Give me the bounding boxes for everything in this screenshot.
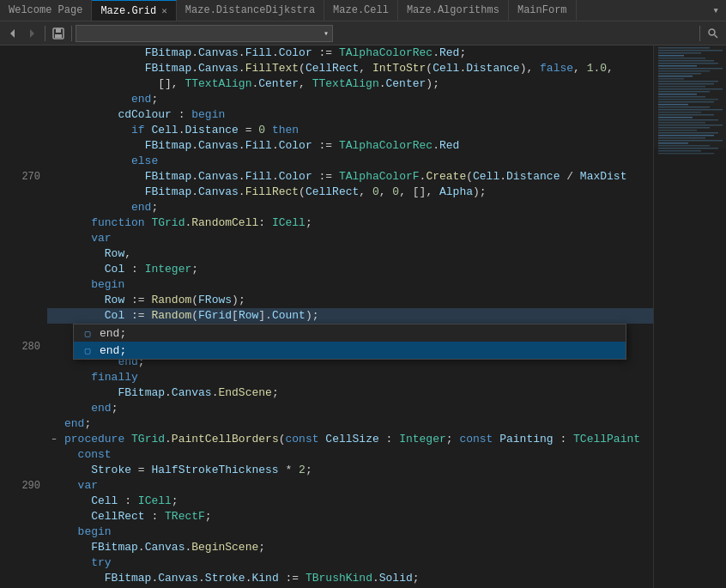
- line-fold[interactable]: [47, 293, 61, 308]
- line-fold[interactable]: [47, 555, 61, 571]
- line-number: [0, 262, 47, 277]
- svg-rect-46: [658, 153, 714, 155]
- line-fold[interactable]: [47, 231, 61, 246]
- line-fold[interactable]: [47, 401, 61, 416]
- toolbar-scope-dropdown[interactable]: ▾: [76, 25, 333, 42]
- line-fold[interactable]: [47, 447, 61, 463]
- line-fold[interactable]: [47, 494, 61, 509]
- line-fold[interactable]: [47, 277, 61, 293]
- code-line: FBitmap.Canvas.FillText(CellRect, IntToS…: [0, 61, 653, 76]
- line-content[interactable]: Col := Random(FGrid[Row].Count);: [61, 308, 653, 324]
- line-content[interactable]: FBitmap.Canvas.Stroke.Kind := TBrushKind…: [61, 571, 653, 586]
- line-fold[interactable]: [47, 308, 61, 324]
- line-fold[interactable]: [47, 385, 61, 401]
- line-content[interactable]: FBitmap.Canvas.EndScene;: [61, 385, 653, 401]
- line-fold[interactable]: [47, 123, 61, 138]
- line-fold[interactable]: [47, 524, 61, 540]
- line-fold[interactable]: –: [47, 432, 61, 447]
- line-content[interactable]: const: [61, 447, 653, 463]
- line-fold[interactable]: [47, 246, 61, 262]
- line-fold[interactable]: [47, 215, 61, 231]
- line-content[interactable]: var: [61, 478, 653, 494]
- line-content[interactable]: FBitmap.Canvas.Fill.Color := TAlphaColor…: [61, 138, 653, 154]
- autocomplete-item[interactable]: ▢ end;: [74, 324, 626, 342]
- line-content[interactable]: CellRect : TRectF;: [61, 509, 653, 524]
- line-content[interactable]: try: [61, 555, 653, 571]
- line-content[interactable]: procedure TGrid.PaintCellBorders(const C…: [61, 432, 653, 447]
- tab-main-form[interactable]: MainForm: [509, 0, 577, 21]
- search-icon[interactable]: [704, 24, 723, 43]
- code-line: FBitmap.Canvas.EndScene;: [0, 385, 653, 401]
- line-fold[interactable]: [47, 416, 61, 432]
- minimap[interactable]: [653, 45, 726, 588]
- svg-rect-35: [658, 124, 723, 126]
- code-editor[interactable]: FBitmap.Canvas.Fill.Color := TAlphaColor…: [0, 45, 653, 588]
- svg-rect-14: [658, 70, 710, 72]
- line-content[interactable]: cdColour : begin: [61, 107, 653, 123]
- line-content[interactable]: FBitmap.Canvas.Fill.Color := TAlphaColor…: [61, 169, 653, 185]
- line-fold[interactable]: [47, 540, 61, 555]
- line-number: [0, 370, 47, 385]
- tab-maze-distance[interactable]: Maze.DistanceDijkstra: [177, 0, 324, 21]
- line-fold[interactable]: [47, 370, 61, 385]
- tab-overflow-button[interactable]: ▾: [705, 0, 726, 21]
- line-content[interactable]: end;: [61, 200, 653, 215]
- line-content[interactable]: finally: [61, 370, 653, 385]
- line-content[interactable]: Row := Random(FRows);: [61, 293, 653, 308]
- tab-maze-algorithms[interactable]: Maze.Algorithms: [398, 0, 509, 21]
- line-number: [0, 324, 47, 339]
- line-content[interactable]: begin: [61, 277, 653, 293]
- line-content[interactable]: FBitmap.Canvas.FillText(CellRect, IntToS…: [61, 61, 653, 76]
- line-content[interactable]: end;: [61, 92, 653, 107]
- tab-maze-cell[interactable]: Maze.Cell: [324, 0, 398, 21]
- line-fold[interactable]: [47, 169, 61, 185]
- line-fold[interactable]: [47, 76, 61, 92]
- line-content[interactable]: end;: [61, 401, 653, 416]
- line-content[interactable]: var: [61, 231, 653, 246]
- line-content[interactable]: if Cell.Distance = 0 then: [61, 123, 653, 138]
- line-fold[interactable]: [47, 154, 61, 169]
- svg-rect-31: [658, 114, 714, 116]
- line-fold[interactable]: [47, 355, 61, 370]
- line-content[interactable]: Col : Integer;: [61, 262, 653, 277]
- toolbar-forward-button[interactable]: [22, 24, 41, 43]
- line-number: [0, 154, 47, 169]
- svg-rect-20: [658, 86, 705, 88]
- line-fold[interactable]: [47, 45, 61, 61]
- line-fold[interactable]: [47, 478, 61, 494]
- line-content[interactable]: FBitmap.Canvas.FillRect(CellRect, 0, 0, …: [61, 185, 653, 200]
- line-fold[interactable]: [47, 463, 61, 478]
- line-content[interactable]: end;: [61, 416, 653, 432]
- line-content[interactable]: else: [61, 154, 653, 169]
- tab-welcome[interactable]: Welcome Page: [0, 0, 92, 21]
- line-fold[interactable]: [47, 107, 61, 123]
- line-number: 280: [0, 339, 47, 355]
- line-content[interactable]: [], TTextAlign.Center, TTextAlign.Center…: [61, 76, 653, 92]
- line-fold[interactable]: [47, 571, 61, 586]
- line-fold[interactable]: [47, 339, 61, 355]
- line-content[interactable]: FBitmap.Canvas.BeginScene;: [61, 540, 653, 555]
- line-content[interactable]: Row,: [61, 246, 653, 262]
- line-number: [0, 293, 47, 308]
- autocomplete-popup[interactable]: ▢ end; ▢ end;: [73, 324, 626, 360]
- line-fold[interactable]: [47, 200, 61, 215]
- line-number: 270: [0, 169, 47, 185]
- line-fold[interactable]: [47, 185, 61, 200]
- tab-maze-grid[interactable]: Maze.Grid ✕: [92, 0, 176, 21]
- line-number: [0, 277, 47, 293]
- tab-close-icon[interactable]: ✕: [161, 5, 167, 16]
- line-fold[interactable]: [47, 138, 61, 154]
- line-content[interactable]: Stroke = HalfStrokeThickness * 2;: [61, 463, 653, 478]
- toolbar-save-button[interactable]: [49, 24, 68, 43]
- line-fold[interactable]: [47, 324, 61, 339]
- line-fold[interactable]: [47, 262, 61, 277]
- line-fold[interactable]: [47, 92, 61, 107]
- line-content[interactable]: begin: [61, 524, 653, 540]
- line-content[interactable]: Cell : ICell;: [61, 494, 653, 509]
- line-content[interactable]: function TGrid.RandomCell: ICell;: [61, 215, 653, 231]
- line-fold[interactable]: [47, 509, 61, 524]
- line-fold[interactable]: [47, 61, 61, 76]
- toolbar-back-button[interactable]: [3, 24, 22, 43]
- line-content[interactable]: FBitmap.Canvas.Fill.Color := TAlphaColor…: [61, 45, 653, 61]
- autocomplete-item-selected[interactable]: ▢ end;: [74, 342, 626, 359]
